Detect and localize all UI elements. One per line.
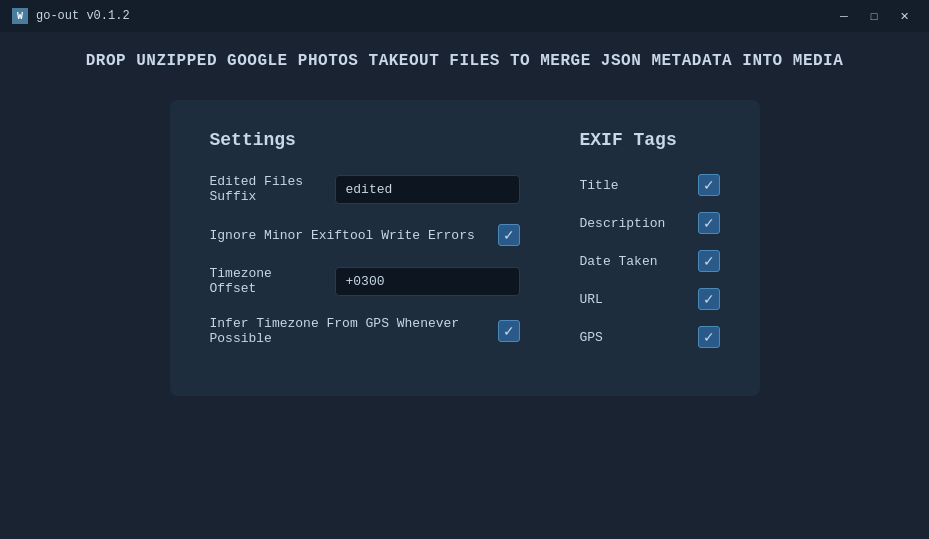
exif-tags-title: EXIF Tags bbox=[580, 130, 720, 150]
exif-title-checkbox[interactable] bbox=[698, 174, 720, 196]
exif-date-taken-row: Date Taken bbox=[580, 250, 720, 272]
infer-timezone-checkbox[interactable] bbox=[498, 320, 520, 342]
exif-tags-section: EXIF Tags Title Description Date Taken bbox=[580, 130, 720, 366]
infer-timezone-checkbox-container bbox=[498, 320, 520, 342]
timezone-offset-label: Timezone Offset bbox=[210, 266, 325, 296]
title-bar: W go-out v0.1.2 ─ □ ✕ bbox=[0, 0, 929, 32]
exif-gps-checkbox[interactable] bbox=[698, 326, 720, 348]
exif-description-row: Description bbox=[580, 212, 720, 234]
minimize-button[interactable]: ─ bbox=[831, 7, 857, 25]
exif-title-label: Title bbox=[580, 178, 684, 193]
exif-title-row: Title bbox=[580, 174, 720, 196]
exif-title-checkbox-container bbox=[698, 174, 720, 196]
app-icon: W bbox=[12, 8, 28, 24]
exif-description-checkbox-container bbox=[698, 212, 720, 234]
exif-gps-row: GPS bbox=[580, 326, 720, 348]
exif-url-label: URL bbox=[580, 292, 684, 307]
ignore-minor-errors-checkbox[interactable] bbox=[498, 224, 520, 246]
exif-url-checkbox-container bbox=[698, 288, 720, 310]
exif-url-row: URL bbox=[580, 288, 720, 310]
exif-date-taken-checkbox-container bbox=[698, 250, 720, 272]
infer-timezone-label: Infer Timezone From GPS Whenever Possibl… bbox=[210, 316, 488, 346]
main-content: DROP UNZIPPED GOOGLE PHOTOS TAKEOUT FILE… bbox=[0, 32, 929, 539]
drop-zone-text: DROP UNZIPPED GOOGLE PHOTOS TAKEOUT FILE… bbox=[86, 52, 844, 70]
exif-date-taken-checkbox[interactable] bbox=[698, 250, 720, 272]
infer-timezone-row: Infer Timezone From GPS Whenever Possibl… bbox=[210, 316, 520, 346]
exif-url-checkbox[interactable] bbox=[698, 288, 720, 310]
exif-gps-label: GPS bbox=[580, 330, 684, 345]
close-button[interactable]: ✕ bbox=[891, 7, 917, 25]
exif-description-checkbox[interactable] bbox=[698, 212, 720, 234]
edited-files-suffix-row: Edited Files Suffix bbox=[210, 174, 520, 204]
timezone-offset-input[interactable] bbox=[335, 267, 520, 296]
title-bar-left: W go-out v0.1.2 bbox=[12, 8, 130, 24]
settings-title: Settings bbox=[210, 130, 520, 150]
timezone-offset-row: Timezone Offset bbox=[210, 266, 520, 296]
ignore-minor-errors-checkbox-container bbox=[498, 224, 520, 246]
ignore-minor-errors-label: Ignore Minor Exiftool Write Errors bbox=[210, 228, 488, 243]
settings-section: Settings Edited Files Suffix Ignore Mino… bbox=[210, 130, 520, 366]
exif-gps-checkbox-container bbox=[698, 326, 720, 348]
edited-files-suffix-label: Edited Files Suffix bbox=[210, 174, 325, 204]
edited-files-suffix-input[interactable] bbox=[335, 175, 520, 204]
settings-panel: Settings Edited Files Suffix Ignore Mino… bbox=[170, 100, 760, 396]
maximize-button[interactable]: □ bbox=[861, 7, 887, 25]
exif-date-taken-label: Date Taken bbox=[580, 254, 684, 269]
app-title: go-out v0.1.2 bbox=[36, 9, 130, 23]
title-bar-controls: ─ □ ✕ bbox=[831, 7, 917, 25]
ignore-minor-errors-row: Ignore Minor Exiftool Write Errors bbox=[210, 224, 520, 246]
exif-description-label: Description bbox=[580, 216, 684, 231]
